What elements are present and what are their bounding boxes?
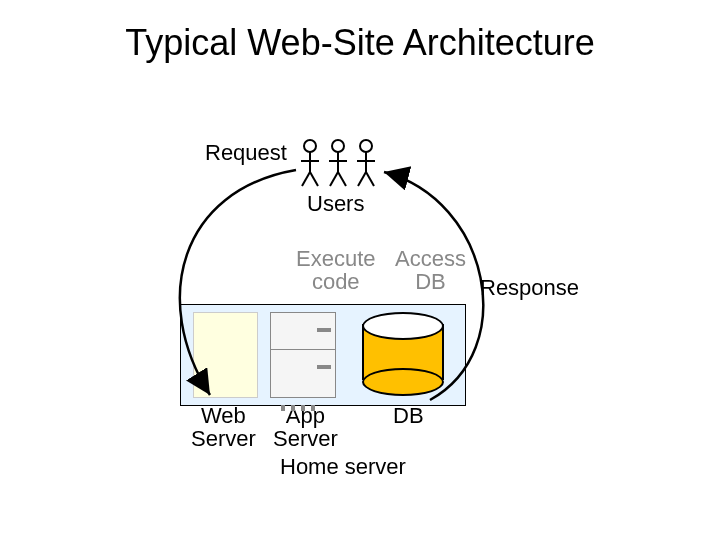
access-db-label: Access DB xyxy=(395,247,466,293)
svg-point-10 xyxy=(360,140,372,152)
db-label: DB xyxy=(393,404,424,427)
request-label: Request xyxy=(205,141,287,164)
svg-point-5 xyxy=(332,140,344,152)
users-icon xyxy=(301,140,375,186)
users-label: Users xyxy=(307,192,364,215)
svg-line-13 xyxy=(366,172,374,186)
svg-line-2 xyxy=(302,172,310,186)
svg-line-7 xyxy=(330,172,338,186)
web-server-icon xyxy=(193,312,258,398)
svg-line-3 xyxy=(310,172,318,186)
svg-line-8 xyxy=(338,172,346,186)
home-server-label: Home server xyxy=(280,455,406,478)
execute-code-label: Execute code xyxy=(296,247,376,293)
web-server-label: Web Server xyxy=(191,404,256,450)
app-server-icon xyxy=(270,312,336,398)
page-title: Typical Web-Site Architecture xyxy=(0,22,720,64)
svg-line-12 xyxy=(358,172,366,186)
svg-point-0 xyxy=(304,140,316,152)
response-label: Response xyxy=(480,276,579,299)
